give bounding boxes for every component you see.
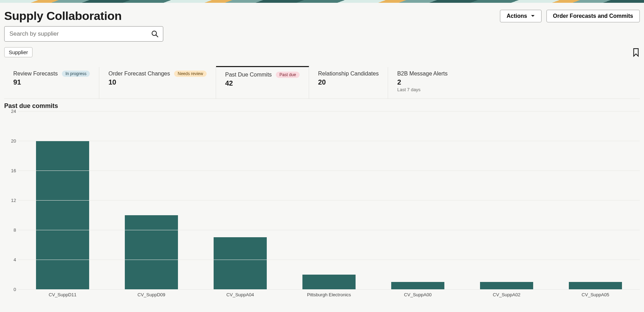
header-buttons: Actions Order Forecasts and Commits [500, 10, 640, 22]
chart-x-label: Pittsburgh Electronics [285, 292, 373, 297]
kpi-top: Past Due CommitsPast due [225, 72, 300, 78]
kpi-label: Relationship Candidates [318, 71, 379, 77]
kpi-top: Review ForecastsIn progress [13, 71, 90, 77]
chart-section-title: Past due commits [4, 102, 640, 110]
chart-bar[interactable] [36, 141, 89, 289]
kpi-tab-relationship-candidates[interactable]: Relationship Candidates20 [309, 67, 388, 99]
chart-x-label: CV_SuppD11 [18, 292, 107, 297]
kpi-label: B2B Message Alerts [397, 71, 448, 77]
filter-chip-row: Supplier [4, 47, 640, 57]
kpi-label: Past Due Commits [225, 72, 272, 78]
kpi-badge: Needs review [174, 71, 207, 77]
chart-x-label: CV_SuppA02 [462, 292, 551, 297]
chart-x-label: CV_SuppA04 [196, 292, 285, 297]
kpi-tab-review-forecasts[interactable]: Review ForecastsIn progress91 [4, 67, 99, 99]
decorative-banner [0, 0, 644, 3]
header-row: Supply Collaboration Actions Order Forec… [4, 3, 640, 23]
kpi-value: 2 [397, 78, 449, 86]
chart-bar[interactable] [569, 282, 622, 289]
chart-bar[interactable] [125, 215, 178, 290]
kpi-value: 42 [225, 79, 300, 87]
svg-line-1 [156, 35, 158, 37]
page-title: Supply Collaboration [4, 9, 122, 23]
chart-area: 04812162024 CV_SuppD11CV_SuppD09CV_SuppA… [4, 111, 640, 296]
kpi-top: Order Forecast ChangesNeeds review [108, 71, 207, 77]
actions-button[interactable]: Actions [500, 10, 542, 22]
chart-y-tick: 24 [6, 109, 16, 114]
supplier-filter-chip[interactable]: Supplier [4, 47, 33, 57]
chart-x-labels: CV_SuppD11CV_SuppD09CV_SuppA04Pittsburgh… [18, 292, 640, 297]
order-forecasts-and-commits-button[interactable]: Order Forecasts and Commits [546, 10, 640, 22]
chart-gridline [18, 111, 640, 111]
chart-gridline [18, 200, 640, 201]
kpi-value: 20 [318, 78, 379, 86]
kpi-tab-b2b-message-alerts[interactable]: B2B Message Alerts2Last 7 days [388, 67, 458, 99]
chart-gridline [18, 230, 640, 230]
chart-plot: 04812162024 [18, 111, 640, 289]
chart-gridline [18, 170, 640, 171]
chart-y-tick: 20 [6, 138, 16, 144]
kpi-tab-row: Review ForecastsIn progress91Order Forec… [4, 67, 640, 99]
chart-y-tick: 16 [6, 168, 16, 173]
kpi-top: B2B Message Alerts [397, 71, 449, 77]
chart-bar[interactable] [480, 282, 533, 289]
kpi-subtext: Last 7 days [397, 87, 449, 92]
chart-y-tick: 4 [6, 257, 16, 262]
kpi-badge: In progress [62, 71, 90, 77]
kpi-tab-past-due-commits[interactable]: Past Due CommitsPast due42 [216, 66, 309, 99]
kpi-label: Review Forecasts [13, 71, 58, 77]
svg-point-0 [152, 31, 157, 36]
chart-y-tick: 8 [6, 227, 16, 233]
chart-y-tick: 12 [6, 198, 16, 203]
chart-bar[interactable] [302, 275, 356, 290]
chart-bar[interactable] [214, 237, 267, 289]
chart-x-label: CV_SuppA00 [373, 292, 462, 297]
kpi-badge: Past due [276, 72, 299, 78]
kpi-tab-order-forecast-changes[interactable]: Order Forecast ChangesNeeds review10 [99, 67, 216, 99]
chart-gridline [18, 260, 640, 260]
chart-x-label: CV_SuppD09 [107, 292, 196, 297]
search-input[interactable] [9, 30, 151, 38]
order-forecasts-button-label: Order Forecasts and Commits [553, 13, 633, 19]
kpi-top: Relationship Candidates [318, 71, 379, 77]
search-icon[interactable] [151, 30, 159, 38]
bookmark-icon[interactable] [632, 48, 640, 57]
kpi-value: 91 [13, 78, 90, 86]
chart-gridline [18, 141, 640, 141]
actions-button-label: Actions [507, 13, 527, 19]
chart-bar[interactable] [391, 282, 444, 289]
search-field-wrap[interactable] [4, 26, 163, 42]
kpi-value: 10 [108, 78, 207, 86]
chart-x-label: CV_SuppA05 [551, 292, 640, 297]
chart-gridline [18, 289, 640, 290]
chart-y-tick: 0 [6, 287, 16, 292]
kpi-label: Order Forecast Changes [108, 71, 170, 77]
caret-down-icon [531, 15, 535, 17]
page-container: Supply Collaboration Actions Order Forec… [0, 3, 644, 296]
